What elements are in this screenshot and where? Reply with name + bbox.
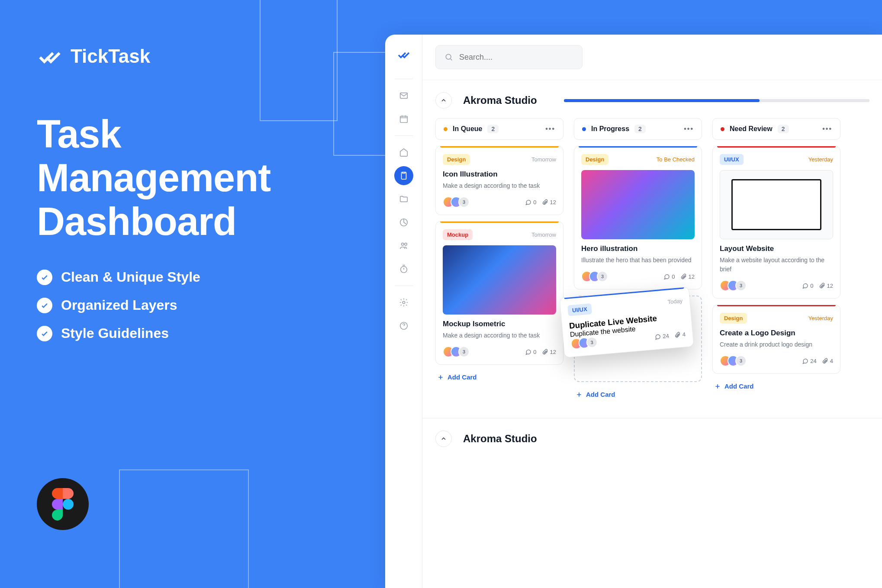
comment-icon	[654, 333, 661, 340]
sidebar-settings[interactable]	[394, 293, 413, 312]
column-title: In Queue	[453, 125, 482, 133]
app-logo-icon	[397, 48, 411, 63]
card-stats: 0 12	[802, 283, 833, 289]
project-title: Akroma Studio	[463, 433, 537, 445]
feature-label: Style Guidelines	[61, 325, 169, 341]
column-header: Need Review 2 •••	[712, 118, 840, 140]
card-due: Today	[667, 298, 683, 305]
feature-item: Organized Layers	[37, 297, 270, 313]
card-stats: 24 4	[654, 331, 686, 340]
promo-panel: TickTask Task Management Dashboard Clean…	[37, 43, 270, 353]
column-count: 2	[487, 125, 499, 133]
search-field[interactable]	[459, 53, 573, 62]
feature-item: Style Guidelines	[37, 325, 270, 341]
card-due: Yesterday	[808, 156, 833, 163]
column-in-progress: In Progress 2 ••• Design To Be Checked H…	[574, 118, 702, 401]
card-due: To Be Checked	[657, 156, 695, 163]
assignee-avatars: 3	[581, 271, 608, 282]
check-icon	[37, 326, 52, 341]
status-dot-icon	[582, 127, 586, 131]
card-stats: 0 12	[663, 273, 695, 280]
collapse-toggle[interactable]	[435, 92, 452, 109]
task-card[interactable]: Mockup Tomorrow Mockup Isometric Make a …	[435, 221, 563, 365]
card-desc: Create a drink product logo design	[720, 340, 833, 349]
brand-logo: TickTask	[37, 43, 270, 69]
column-count: 2	[778, 125, 789, 133]
attachment-icon	[542, 349, 548, 355]
app-window: Akroma Studio In Queue 2 ••• Design	[385, 35, 882, 588]
assignee-avatars: 3	[570, 336, 598, 350]
comment-icon	[663, 273, 670, 280]
card-tag: UI/UX	[567, 303, 592, 316]
sidebar-tasks[interactable]	[394, 166, 413, 185]
card-tag: Design	[443, 154, 470, 165]
card-title: Layout Website	[720, 244, 833, 253]
card-stats: 0 12	[525, 349, 556, 355]
sidebar	[385, 35, 422, 588]
add-card-button[interactable]: Add Card	[712, 380, 840, 392]
sidebar-timer[interactable]	[394, 260, 413, 279]
attachment-icon	[819, 283, 825, 289]
card-desc: Make a website layout according to the b…	[720, 256, 833, 274]
column-menu-button[interactable]: •••	[545, 125, 555, 133]
card-tag: Mockup	[443, 229, 473, 240]
collapse-toggle[interactable]	[435, 431, 452, 447]
task-card[interactable]: UI/UX Yesterday Layout Website Make a we…	[712, 146, 840, 299]
promo-heading: Task Management Dashboard	[37, 112, 270, 243]
card-desc: Make a design according to the task	[443, 181, 556, 190]
assignee-avatars: 3	[720, 355, 747, 366]
drop-zone[interactable]: UI/UX Today Duplicate Live Website Dupli…	[574, 296, 702, 382]
sidebar-calendar[interactable]	[394, 109, 413, 129]
check-icon	[37, 270, 52, 285]
task-card[interactable]: Design To Be Checked Hero illustration I…	[574, 146, 702, 289]
svg-point-4	[401, 243, 404, 246]
svg-point-7	[402, 301, 405, 304]
svg-rect-1	[400, 116, 407, 123]
search-input[interactable]	[435, 45, 583, 69]
status-dot-icon	[721, 127, 724, 131]
column-menu-button[interactable]: •••	[684, 125, 694, 133]
project-header: Akroma Studio	[422, 80, 882, 118]
main-area: Akroma Studio In Queue 2 ••• Design	[422, 35, 882, 588]
chevron-up-icon	[440, 97, 447, 104]
card-stats: 0 12	[525, 199, 556, 206]
card-tag: Design	[581, 154, 608, 165]
attachment-icon	[542, 199, 548, 206]
card-title: Hero illustration	[581, 244, 695, 253]
column-menu-button[interactable]: •••	[822, 125, 832, 133]
comment-icon	[802, 358, 808, 364]
feature-label: Clean & Unique Style	[61, 269, 200, 285]
kanban-board: In Queue 2 ••• Design Tomorrow Icon Illu…	[422, 118, 882, 414]
card-desc: Illustrate the hero that has been provid…	[581, 256, 695, 265]
column-header: In Queue 2 •••	[435, 118, 563, 140]
card-tag: UI/UX	[720, 154, 744, 165]
task-card[interactable]: Design Yesterday Create a Logo Design Cr…	[712, 305, 840, 374]
column-in-queue: In Queue 2 ••• Design Tomorrow Icon Illu…	[435, 118, 563, 401]
search-icon	[444, 53, 453, 61]
column-need-review: Need Review 2 ••• UI/UX Yesterday Layout…	[712, 118, 840, 401]
progress-bar	[564, 99, 869, 102]
sidebar-chart[interactable]	[394, 213, 413, 232]
project-title: Akroma Studio	[463, 94, 537, 106]
dragging-card[interactable]: UI/UX Today Duplicate Live Website Dupli…	[560, 286, 694, 358]
sidebar-home[interactable]	[394, 143, 413, 162]
task-card[interactable]: Design Tomorrow Icon Illustration Make a…	[435, 146, 563, 215]
add-card-button[interactable]: Add Card	[435, 371, 563, 383]
svg-point-9	[446, 54, 451, 59]
brand-name: TickTask	[71, 45, 150, 67]
sidebar-team[interactable]	[394, 236, 413, 255]
card-desc: Make a design according to the task	[443, 331, 556, 340]
assignee-avatars: 3	[443, 346, 470, 357]
sidebar-help[interactable]	[394, 316, 413, 335]
assignee-avatars: 3	[443, 196, 470, 208]
feature-label: Organized Layers	[61, 297, 177, 313]
column-count: 2	[634, 125, 646, 133]
comment-icon	[525, 349, 531, 355]
card-title: Icon Illustration	[443, 170, 556, 179]
plus-icon	[437, 374, 444, 381]
project-header-collapsed: Akroma Studio	[422, 418, 882, 456]
add-card-button[interactable]: Add Card	[574, 388, 702, 401]
sidebar-mail[interactable]	[394, 86, 413, 105]
sidebar-folder[interactable]	[394, 190, 413, 209]
card-title: Mockup Isometric	[443, 320, 556, 328]
